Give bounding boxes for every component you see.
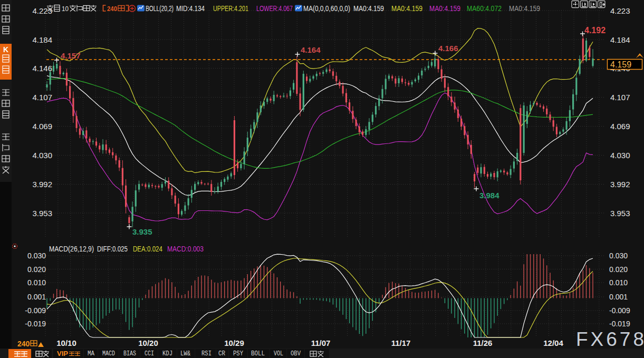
svg-text:DIFF:0.025: DIFF:0.025 <box>97 245 128 253</box>
svg-text:OBV: OBV <box>291 350 301 357</box>
svg-text:0.030: 0.030 <box>609 251 628 260</box>
svg-text:-0.009: -0.009 <box>609 306 630 315</box>
svg-text:0.020: 0.020 <box>609 265 628 274</box>
svg-text:FX678: FX678 <box>576 328 644 350</box>
svg-text:10/29: 10/29 <box>224 338 244 347</box>
svg-text:3.935: 3.935 <box>132 227 152 236</box>
svg-text:3.984: 3.984 <box>479 191 499 200</box>
svg-text:CR: CR <box>218 350 225 357</box>
svg-text:4.157: 4.157 <box>61 51 81 60</box>
svg-text:4.107: 4.107 <box>610 93 630 102</box>
svg-text:VIP: VIP <box>57 350 68 357</box>
svg-text:4.107: 4.107 <box>32 93 52 102</box>
svg-text:PSY: PSY <box>233 350 243 357</box>
svg-text:K: K <box>3 45 8 54</box>
svg-text:3.953: 3.953 <box>32 209 52 218</box>
svg-text:0.010: 0.010 <box>609 278 628 287</box>
svg-text:BIAS: BIAS <box>123 350 136 357</box>
svg-text:LOWER:4.067: LOWER:4.067 <box>256 4 293 13</box>
svg-text:BOLL(20,2): BOLL(20,2) <box>146 4 174 13</box>
svg-text:4.184: 4.184 <box>32 35 52 44</box>
svg-text:4.223: 4.223 <box>610 6 630 15</box>
svg-text:0.030: 0.030 <box>27 251 46 260</box>
svg-text:3.953: 3.953 <box>610 209 630 218</box>
svg-text:MA0:4.159: MA0:4.159 <box>353 4 384 13</box>
svg-text:-0.009: -0.009 <box>25 306 46 315</box>
svg-text:MA0:4.159: MA0:4.159 <box>391 4 422 13</box>
svg-text:3.992: 3.992 <box>610 180 630 189</box>
svg-text:4.164: 4.164 <box>301 45 321 54</box>
svg-text:BOLL: BOLL <box>251 350 265 357</box>
svg-text:4.166: 4.166 <box>438 44 458 53</box>
svg-text:DEA:0.024: DEA:0.024 <box>133 245 162 253</box>
svg-text:0.001: 0.001 <box>27 293 46 301</box>
svg-text:11/17: 11/17 <box>391 338 411 347</box>
svg-text:4.146: 4.146 <box>32 64 52 73</box>
svg-text:10/10: 10/10 <box>56 338 76 347</box>
svg-text:MACD: MACD <box>102 350 115 357</box>
svg-text:240: 240 <box>107 5 117 13</box>
svg-text:MA0:4.159: MA0:4.159 <box>509 4 540 13</box>
svg-text:0.010: 0.010 <box>27 278 46 287</box>
svg-text:MA0:4.159: MA0:4.159 <box>429 4 460 13</box>
svg-text:MA60:4.072: MA60:4.072 <box>467 4 502 13</box>
svg-text:10: 10 <box>62 5 69 13</box>
svg-text:4.159: 4.159 <box>610 60 631 69</box>
svg-text:11/26: 11/26 <box>473 338 493 347</box>
svg-text:-0.019: -0.019 <box>609 320 630 328</box>
svg-text:KDJ: KDJ <box>162 350 172 357</box>
svg-text:4.030: 4.030 <box>610 151 630 160</box>
svg-text:MA(0,0,0,60,0,0): MA(0,0,0,60,0,0) <box>303 4 350 13</box>
svg-text:3.992: 3.992 <box>32 180 52 189</box>
svg-text:MA: MA <box>88 350 95 357</box>
svg-text:-0.019: -0.019 <box>25 320 46 328</box>
svg-text:4.223: 4.223 <box>32 6 52 15</box>
svg-text:MID:4.134: MID:4.134 <box>176 4 205 13</box>
svg-text:4.192: 4.192 <box>584 26 605 35</box>
svg-text:UPPER:4.201: UPPER:4.201 <box>213 4 248 13</box>
svg-text:VOL: VOL <box>274 350 283 357</box>
svg-text:4.030: 4.030 <box>32 151 52 160</box>
svg-text:10/20: 10/20 <box>138 338 158 347</box>
svg-text:11/07: 11/07 <box>311 338 331 347</box>
svg-text:4.184: 4.184 <box>610 35 630 44</box>
svg-text:MACD:0.003: MACD:0.003 <box>167 245 204 253</box>
svg-text:12/04: 12/04 <box>543 338 563 347</box>
svg-text:MACD(26,12,9): MACD(26,12,9) <box>49 245 94 253</box>
svg-text:4.069: 4.069 <box>610 122 630 131</box>
svg-text:0.020: 0.020 <box>27 265 46 274</box>
svg-text:RSI: RSI <box>201 350 212 357</box>
svg-text:LW&: LW& <box>180 350 190 357</box>
svg-text:4.069: 4.069 <box>32 122 52 131</box>
svg-text:0.001: 0.001 <box>609 293 628 301</box>
svg-text:CCI: CCI <box>145 350 154 357</box>
svg-text:240: 240 <box>17 340 30 348</box>
